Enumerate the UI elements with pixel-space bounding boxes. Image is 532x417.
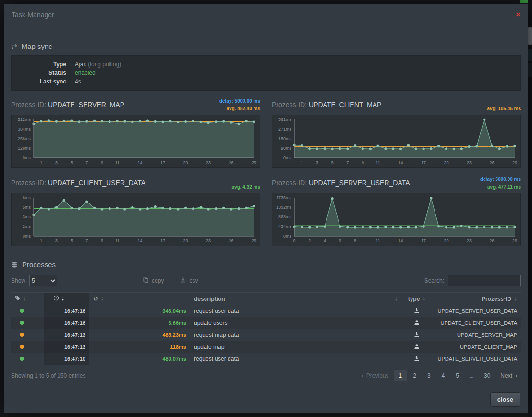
modal-body: ⇄ Map sync Type Ajax(long polling) Statu… (4, 26, 528, 387)
svg-text:29: 29 (252, 160, 256, 165)
row-duration: 3.66ms (89, 317, 190, 329)
svg-text:1: 1 (40, 160, 42, 165)
svg-text:868ms: 868ms (278, 214, 292, 219)
tag-icon (15, 295, 21, 302)
copy-button[interactable]: copy (143, 277, 164, 285)
table-row[interactable]: 16:47:16 3.66ms update users UPDATE_CLIE… (11, 317, 521, 329)
row-type (401, 353, 432, 365)
row-description: update users (190, 317, 401, 329)
svg-text:26: 26 (490, 238, 495, 243)
row-description: request user data (190, 305, 401, 317)
sort-icon: ▲▼ (23, 297, 26, 301)
svg-text:0ms: 0ms (283, 234, 292, 238)
svg-text:11: 11 (375, 238, 380, 243)
status-dot (20, 333, 24, 337)
row-type (401, 341, 432, 353)
pagination-ellipsis: ... (465, 370, 478, 381)
svg-text:17: 17 (421, 160, 426, 165)
svg-text:512ms: 512ms (18, 117, 31, 122)
history-icon: ↺ (93, 296, 98, 302)
map-sync-info-box: Type Ajax(long polling) Status enabled L… (11, 55, 521, 91)
svg-text:7: 7 (85, 238, 88, 243)
sort-icon: ▲▼ (514, 297, 517, 301)
svg-text:9: 9 (101, 238, 103, 243)
page-button-3[interactable]: 3 (423, 370, 435, 381)
table-row[interactable]: 16:47:13 485.23ms request map data UPDAT… (11, 329, 521, 341)
modal-title: Task-Manager (12, 11, 54, 19)
chart-title: Prozess-ID: UPDATE_SERVER_USER_DATA (272, 179, 410, 187)
svg-text:23: 23 (467, 160, 472, 165)
svg-text:9: 9 (362, 160, 364, 165)
page-button-1[interactable]: 1 (394, 370, 407, 381)
search-input[interactable] (448, 275, 521, 286)
clock-icon (53, 295, 59, 302)
svg-text:6ms: 6ms (23, 195, 31, 200)
page-button-2[interactable]: 2 (408, 370, 421, 381)
chart-avg-label: avg. 105.45 ms (487, 105, 521, 113)
svg-text:23: 23 (467, 238, 472, 243)
previous-page-button[interactable]: ‹ Previous (358, 370, 393, 381)
info-label: Last sync (18, 77, 66, 86)
row-time: 16:47:13 (44, 341, 89, 353)
next-page-button[interactable]: Next › (496, 370, 521, 381)
table-row[interactable]: 16:47:16 346.04ms request user data UPDA… (11, 305, 521, 317)
svg-text:0ms: 0ms (23, 234, 31, 238)
svg-text:11: 11 (115, 238, 119, 243)
page-button-5[interactable]: 5 (451, 370, 464, 381)
table-controls: Show 5 copy csv Search: (11, 275, 521, 286)
page-scrollbar-handle[interactable] (528, 27, 532, 45)
status-value: enabled (75, 69, 96, 77)
column-header-status[interactable]: ▲▼ (11, 293, 44, 305)
chart-title: Prozess-ID: UPDATE_CLIENT_MAP (272, 101, 381, 108)
column-header-type[interactable]: type ▲▼ (401, 293, 432, 305)
page-button-30[interactable]: 30 (479, 370, 495, 381)
table-row[interactable]: 16:47:10 489.07ms request user data UPDA… (11, 353, 521, 365)
page-size-select[interactable]: 5 (29, 275, 57, 286)
status-dot (20, 345, 24, 349)
column-header-duration[interactable]: ↺ ▲▼ (89, 293, 190, 305)
chart-stats: avg. 105.45 ms (487, 105, 521, 113)
chart-canvas-update-client-user-data: 0ms2ms3ms5ms6ms1357911141720232629 (11, 193, 260, 246)
svg-text:180ms: 180ms (278, 136, 292, 141)
svg-text:3: 3 (55, 238, 58, 243)
table-row[interactable]: 16:47:13 118ms update map UPDATE_CLIENT_… (11, 341, 521, 353)
column-header-time[interactable]: ▲▼ (44, 293, 89, 305)
svg-text:20: 20 (444, 238, 449, 243)
row-duration: 346.04ms (89, 305, 190, 317)
svg-text:5ms: 5ms (23, 205, 31, 210)
svg-text:3: 3 (55, 160, 58, 165)
chart-avg-label: avg. 482.40 ms (219, 105, 260, 113)
svg-text:90ms: 90ms (281, 146, 292, 151)
svg-text:0ms: 0ms (283, 155, 292, 160)
csv-button[interactable]: csv (180, 277, 198, 285)
column-header-prozess-id[interactable]: Prozess-ID ▲▼ (432, 293, 521, 305)
sort-icon: ▲▼ (61, 297, 64, 301)
close-icon[interactable]: × (516, 11, 520, 19)
chart-panel-update-server-map: Prozess-ID: UPDATE_SERVER_MAP delay: 500… (11, 96, 260, 168)
column-header-description[interactable]: description ▲▼ (190, 293, 401, 305)
table-footer: Showing 1 to 5 of 150 entries ‹ Previous… (11, 370, 521, 381)
svg-text:17: 17 (160, 160, 165, 165)
svg-text:20: 20 (183, 160, 188, 165)
svg-text:17: 17 (160, 238, 165, 243)
row-description: update map (190, 341, 401, 353)
svg-text:5: 5 (71, 160, 73, 165)
row-prozess-id: UPDATE_SERVER_MAP (432, 329, 521, 341)
info-row-status: Status enabled (18, 69, 514, 77)
svg-text:7: 7 (85, 160, 88, 165)
svg-text:3: 3 (316, 160, 318, 165)
processes-heading-label: Processes (22, 261, 56, 269)
row-type (401, 305, 432, 317)
info-row-last-sync: Last sync 4s (18, 77, 514, 86)
svg-text:14: 14 (138, 160, 143, 165)
info-value: 4s (75, 77, 81, 86)
chevron-right-icon: › (515, 372, 517, 379)
row-duration: 118ms (89, 341, 190, 353)
svg-text:17: 17 (421, 238, 426, 243)
svg-text:14: 14 (399, 238, 403, 243)
close-button[interactable]: close (490, 392, 520, 407)
page-button-4[interactable]: 4 (437, 370, 450, 381)
svg-text:9: 9 (101, 160, 103, 165)
row-duration: 489.07ms (89, 353, 190, 365)
chart-panel-update-client-user-data: Prozess-ID: UPDATE_CLIENT_USER_DATA avg.… (11, 175, 260, 246)
